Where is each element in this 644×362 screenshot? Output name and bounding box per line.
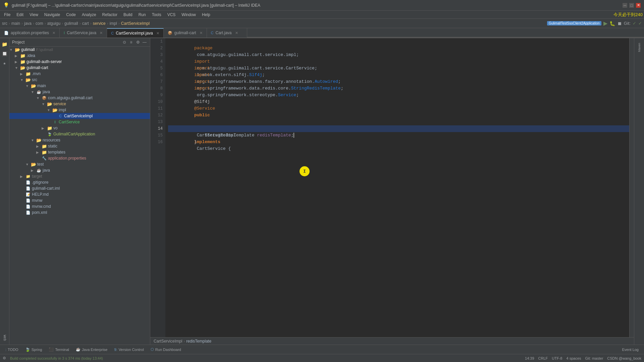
- bc-com[interactable]: com: [36, 21, 43, 26]
- tab-application-properties[interactable]: 📄 application.properties ✕: [0, 28, 60, 38]
- favorites-icon[interactable]: ★: [1, 60, 8, 66]
- tree-item-templates[interactable]: ▶ 📁 templates: [9, 149, 150, 155]
- tool-java-enterprise[interactable]: ☕ Java Enterprise: [73, 347, 110, 352]
- tool-terminal[interactable]: ⬛ Terminal: [46, 347, 72, 353]
- code-line-2[interactable]: [168, 45, 629, 52]
- tree-item-service[interactable]: ▼ 📂 service: [9, 101, 150, 107]
- code-line-1[interactable]: package com.atguigu.gulimall.cart.servic…: [168, 38, 629, 45]
- close-button[interactable]: ✕: [636, 3, 641, 8]
- menu-vcs[interactable]: VCS: [165, 12, 178, 18]
- tab-close-gulimall-cart[interactable]: ✕: [200, 31, 203, 35]
- tab-cart-service[interactable]: I CartService.java ✕: [60, 28, 107, 38]
- tree-item-src[interactable]: ▼ 📂 src: [9, 77, 150, 83]
- stop-button[interactable]: ⏹: [617, 21, 622, 26]
- tree-item-mvn[interactable]: ▶ 📁 .mvn: [9, 71, 150, 77]
- maven-label[interactable]: Maven: [636, 41, 642, 54]
- tree-item-app-props[interactable]: 🔧 application.properties: [9, 155, 150, 161]
- tree-item-mvnw[interactable]: 📄 mvnw: [9, 197, 150, 203]
- title-bar-controls[interactable]: ─ □ ✕: [623, 3, 641, 8]
- tree-item-idea[interactable]: ▶ 📁 .idea: [9, 53, 150, 59]
- sidebar-collapse-btn[interactable]: ≡: [128, 40, 134, 45]
- bc-service[interactable]: service: [93, 21, 106, 26]
- run-button[interactable]: ▶: [603, 20, 607, 26]
- tree-item-impl[interactable]: ▼ 📂 impl: [9, 107, 150, 113]
- menu-help[interactable]: Help: [199, 12, 213, 18]
- menu-refactor[interactable]: Refactor: [100, 12, 120, 18]
- minimize-button[interactable]: ─: [623, 3, 627, 8]
- bc-java[interactable]: java: [24, 21, 32, 26]
- status-line-sep[interactable]: CRLF: [538, 356, 548, 360]
- status-git[interactable]: Git: master: [585, 356, 603, 360]
- code-line-9[interactable]: @Slf4j: [168, 92, 629, 99]
- editor-bc-class[interactable]: CartServiceImpl: [154, 339, 182, 344]
- status-line-col[interactable]: 14:39: [525, 356, 534, 360]
- code-line-16[interactable]: [168, 139, 629, 145]
- menu-navigate[interactable]: Navigate: [42, 12, 63, 18]
- tree-item-vo[interactable]: ▶ 📁 vo: [9, 125, 150, 131]
- editor-bc-field[interactable]: redisTemplate: [186, 339, 211, 344]
- menu-code[interactable]: Code: [63, 12, 78, 18]
- code-line-14[interactable]: StringRedisTemplate redisTemplate;: [168, 125, 629, 132]
- maximize-button[interactable]: □: [629, 3, 634, 8]
- menu-tools[interactable]: Tools: [149, 12, 164, 18]
- tree-item-pom[interactable]: 📄 pom.xml: [9, 209, 150, 216]
- tab-close-cart-service-impl[interactable]: ✕: [156, 31, 159, 36]
- status-encoding[interactable]: UTF-8: [552, 356, 562, 360]
- sidebar-settings-btn[interactable]: ⚙: [135, 40, 141, 45]
- tree-item-mvnw-cmd[interactable]: 📄 mvnw.cmd: [9, 203, 150, 209]
- status-indent[interactable]: 4 spaces: [567, 356, 581, 360]
- tab-cart-java[interactable]: C Cart.java ✕: [207, 28, 247, 38]
- tool-spring[interactable]: 🍃 Spring: [22, 347, 45, 353]
- tree-item-test-java[interactable]: ▶ ☕ java: [9, 167, 150, 173]
- menu-build[interactable]: Build: [121, 12, 135, 18]
- code-line-5[interactable]: import org.springframework.beans.factory…: [168, 65, 629, 72]
- tree-item-test[interactable]: ▼ 📂 test: [9, 161, 150, 167]
- tab-cart-service-impl[interactable]: C CartServiceImpl.java ✕: [107, 28, 164, 38]
- menu-edit[interactable]: Edit: [14, 12, 26, 18]
- sidebar-hide-btn[interactable]: —: [142, 40, 147, 45]
- menu-file[interactable]: File: [1, 12, 13, 18]
- web-icon[interactable]: Web: [1, 335, 8, 341]
- menu-window[interactable]: Window: [179, 12, 199, 18]
- code-line-15[interactable]: }: [168, 132, 629, 139]
- code-line-10[interactable]: @Service: [168, 99, 629, 105]
- code-line-7[interactable]: import org.springframework.stereotype.Se…: [168, 78, 629, 85]
- tool-run-dashboard[interactable]: ⬡ Run Dashboard: [148, 347, 184, 352]
- bc-atguigu[interactable]: atguigu: [47, 21, 60, 26]
- tree-item-iml[interactable]: 📄 gulimall-cart.iml: [9, 185, 150, 191]
- tree-item-gulimall-cart[interactable]: ▼ 📂 gulimall-cart: [9, 65, 150, 71]
- tree-item-cart-service[interactable]: I CartService: [9, 119, 150, 125]
- project-icon[interactable]: 📁: [1, 41, 8, 48]
- bc-main[interactable]: main: [11, 21, 20, 26]
- tree-item-gulimall-cart-app[interactable]: 🍃 GulimallCartApplication: [9, 131, 150, 137]
- code-line-12[interactable]: [168, 112, 629, 119]
- tool-todo[interactable]: : TODO: [3, 347, 21, 352]
- menu-run[interactable]: Run: [136, 12, 149, 18]
- tree-item-auth-server[interactable]: ▶ 📁 gulimall-auth-server: [9, 59, 150, 65]
- tree-item-package[interactable]: ▼ 📦 com.atguigu.gulimall.cart: [9, 95, 150, 101]
- editor-content[interactable]: 1 2 3 4 5 6 7 8 9 10 11 12 13 14 15 16: [150, 38, 634, 337]
- git-check[interactable]: ✓: [633, 21, 636, 26]
- tool-event-log[interactable]: Event Log: [619, 347, 641, 352]
- tree-item-gitignore[interactable]: 📄 .gitignore: [9, 179, 150, 185]
- bc-impl[interactable]: impl: [110, 21, 117, 26]
- code-line-6[interactable]: import org.springframework.data.redis.co…: [168, 72, 629, 78]
- tree-item-java[interactable]: ▼ ☕ java: [9, 89, 150, 95]
- menu-view[interactable]: View: [27, 12, 41, 18]
- debug-button[interactable]: 🐛: [609, 21, 615, 26]
- bc-gulimall[interactable]: gulimall: [64, 21, 78, 26]
- tab-close-cart-service[interactable]: ✕: [100, 31, 103, 35]
- tree-item-resources[interactable]: ▼ 📂 resources: [9, 137, 150, 143]
- code-line-3[interactable]: import com.atguigu.gulimall.cart.service…: [168, 52, 629, 58]
- code-line-11[interactable]: public class CartServiceImpl implements …: [168, 105, 629, 112]
- tree-item-main[interactable]: ▼ 📂 main: [9, 83, 150, 89]
- tree-item-target[interactable]: ▶ 📁 target: [9, 173, 150, 179]
- code-content[interactable]: I package com.atguigu.gulimall.cart.serv…: [165, 38, 629, 337]
- git-commit[interactable]: ✓: [638, 21, 642, 26]
- tree-item-help-md[interactable]: 📝 HELP.md: [9, 191, 150, 197]
- sidebar-locate-btn[interactable]: ⊙: [122, 40, 127, 45]
- tool-version-control[interactable]: 9: Version Control: [111, 347, 146, 352]
- tab-close-cart-java[interactable]: ✕: [235, 31, 238, 35]
- structure-icon[interactable]: 🔲: [1, 50, 8, 57]
- tree-item-static[interactable]: ▶ 📁 static: [9, 143, 150, 149]
